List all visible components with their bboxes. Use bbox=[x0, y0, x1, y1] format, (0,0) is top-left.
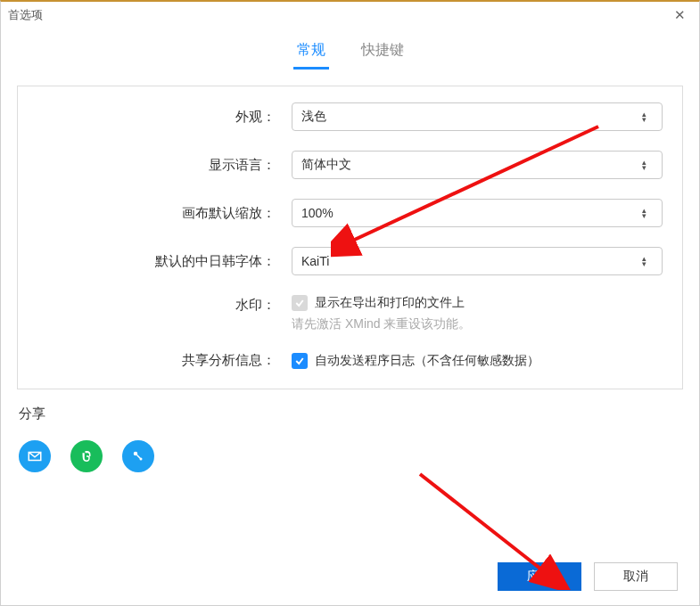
tab-general[interactable]: 常规 bbox=[293, 34, 329, 70]
tab-shortcuts[interactable]: 快捷键 bbox=[358, 34, 408, 70]
chevron-updown-icon: ▴▾ bbox=[642, 152, 655, 178]
share-title: 分享 bbox=[19, 405, 681, 422]
row-appearance: 外观： 浅色 ▴▾ bbox=[37, 102, 663, 131]
evernote-icon[interactable] bbox=[70, 440, 103, 472]
row-language: 显示语言： 简体中文 ▴▾ bbox=[37, 151, 663, 179]
close-icon[interactable]: ✕ bbox=[667, 7, 692, 23]
language-select[interactable]: 简体中文 ▴▾ bbox=[292, 151, 663, 179]
appearance-value: 浅色 bbox=[301, 109, 326, 125]
analytics-label: 共享分析信息： bbox=[37, 352, 292, 369]
zoom-value: 100% bbox=[301, 206, 334, 220]
row-zoom: 画布默认缩放： 100% ▴▾ bbox=[37, 199, 663, 227]
dialog-footer: 应用 取消 bbox=[498, 562, 678, 591]
language-value: 简体中文 bbox=[301, 157, 351, 173]
analytics-checkbox[interactable] bbox=[292, 353, 308, 369]
titlebar: 首选项 ✕ bbox=[1, 2, 699, 29]
row-watermark: 水印： 显示在导出和打印的文件上 请先激活 XMind 来重设该功能。 bbox=[37, 295, 663, 332]
appearance-label: 外观： bbox=[37, 109, 292, 126]
zoom-label: 画布默认缩放： bbox=[37, 205, 292, 222]
chevron-updown-icon: ▴▾ bbox=[642, 248, 655, 274]
preferences-window: 首选项 ✕ 常规 快捷键 外观： 浅色 ▴▾ 显示语言： 简体中文 ▴▾ bbox=[0, 0, 700, 606]
watermark-checkbox bbox=[292, 295, 308, 311]
analytics-text: 自动发送程序日志（不含任何敏感数据） bbox=[315, 353, 539, 369]
svg-line-4 bbox=[420, 474, 545, 572]
svg-line-2 bbox=[137, 455, 141, 459]
watermark-text: 显示在导出和打印的文件上 bbox=[315, 295, 465, 311]
tab-bar: 常规 快捷键 bbox=[1, 34, 699, 70]
watermark-label: 水印： bbox=[37, 295, 292, 314]
cjkfont-label: 默认的中日韩字体： bbox=[37, 253, 292, 270]
appearance-select[interactable]: 浅色 ▴▾ bbox=[292, 102, 663, 131]
cjkfont-value: KaiTi bbox=[301, 254, 329, 268]
biggerplate-icon[interactable] bbox=[122, 440, 154, 472]
chevron-updown-icon: ▴▾ bbox=[642, 200, 655, 226]
zoom-select[interactable]: 100% ▴▾ bbox=[292, 199, 663, 227]
apply-button[interactable]: 应用 bbox=[498, 562, 581, 591]
chevron-updown-icon: ▴▾ bbox=[642, 103, 655, 130]
window-title: 首选项 bbox=[8, 7, 667, 23]
row-analytics: 共享分析信息： 自动发送程序日志（不含任何敏感数据） bbox=[37, 352, 663, 369]
language-label: 显示语言： bbox=[37, 157, 292, 174]
share-icons-row bbox=[19, 440, 681, 472]
general-panel: 外观： 浅色 ▴▾ 显示语言： 简体中文 ▴▾ 画布默认缩放： 100% bbox=[17, 86, 683, 389]
share-section: 分享 bbox=[19, 405, 681, 472]
mail-icon[interactable] bbox=[19, 440, 51, 472]
watermark-help: 请先激活 XMind 来重设该功能。 bbox=[292, 316, 471, 332]
cjkfont-select[interactable]: KaiTi ▴▾ bbox=[292, 247, 663, 275]
cancel-button[interactable]: 取消 bbox=[594, 562, 678, 591]
row-cjkfont: 默认的中日韩字体： KaiTi ▴▾ bbox=[37, 247, 663, 275]
